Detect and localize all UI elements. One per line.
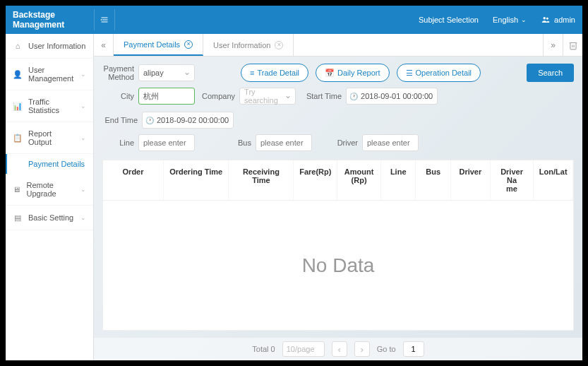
sidebar-subitem-payment-details[interactable]: Payment Details (6, 154, 93, 174)
column-driver-name: Driver Name (491, 160, 534, 200)
table-header: Order Ordering Time Receiving Time Fare(… (103, 160, 573, 201)
city-label: City (102, 92, 134, 100)
bus-input[interactable] (256, 134, 312, 151)
sidebar-item-label: Remote Upgrade (26, 181, 75, 198)
close-icon[interactable]: × (184, 40, 193, 49)
city-input[interactable] (138, 88, 195, 105)
user-menu[interactable]: admin (541, 15, 575, 25)
svg-point-3 (101, 20, 102, 20)
detail-icon: ≡ (250, 69, 254, 77)
report-icon: 📋 (13, 133, 23, 143)
language-label: English (493, 16, 518, 24)
start-time-input[interactable] (346, 88, 438, 105)
column-lonlat: Lon/Lat (534, 160, 573, 200)
end-time-label: End Time (102, 116, 138, 124)
stats-icon: 📊 (13, 101, 23, 111)
end-time-input[interactable] (142, 112, 234, 129)
trash-icon (568, 40, 578, 50)
goto-label: Go to (377, 345, 396, 353)
sidebar-item-user-management[interactable]: 👤 User Management ⌄ (6, 59, 93, 90)
column-line: Line (381, 160, 416, 200)
users-icon (541, 15, 551, 25)
brand-title: Backstage Management (13, 10, 94, 30)
tab-bar: « Payment Details × User Information × » (94, 34, 582, 57)
sidebar-item-label: Traffic Statistics (28, 98, 75, 114)
total-label: Total 0 (252, 345, 275, 353)
home-icon: ⌂ (13, 41, 23, 51)
sidebar-item-traffic-statistics[interactable]: 📊 Traffic Statistics ⌄ (6, 90, 93, 122)
sidebar-item-label: Basic Setting (28, 213, 73, 222)
next-page-button[interactable]: › (354, 341, 370, 357)
column-fare: Fare(Rp) (294, 160, 337, 200)
line-label: Line (102, 138, 134, 147)
tabs-collapse-button[interactable]: « (94, 34, 114, 56)
data-table: Order Ordering Time Receiving Time Fare(… (102, 160, 574, 331)
payment-method-label: Payment Method (102, 64, 134, 81)
menu-icon (100, 15, 109, 25)
sidebar-item-label: User Management (28, 66, 75, 83)
subject-selection-link[interactable]: Subject Selection (419, 16, 479, 24)
start-time-label: Start Time (303, 92, 342, 100)
monitor-icon: 🖥 (13, 184, 20, 194)
column-order: Order (103, 160, 164, 200)
chevron-down-icon: ⌄ (80, 134, 86, 141)
sidebar-item-report-output[interactable]: 📋 Report Output ⌄ (6, 122, 93, 154)
calendar-icon: 📅 (325, 69, 335, 78)
column-ordering-time: Ordering Time (164, 160, 229, 200)
chevron-down-icon: ⌄ (521, 16, 527, 23)
column-bus: Bus (416, 160, 451, 200)
sidebar-item-user-information[interactable]: ⌂ User Information (6, 34, 93, 59)
goto-page-input[interactable] (403, 341, 424, 357)
page-size-select[interactable]: 10/page (282, 341, 325, 357)
daily-report-button[interactable]: 📅 Daily Report (316, 64, 390, 82)
pagination: Total 0 10/page ‹ › Go to (94, 338, 582, 360)
company-select[interactable]: Try searching (239, 88, 296, 105)
sidebar-item-label: Report Output (28, 129, 75, 146)
column-receiving-time: Receiving Time (229, 160, 294, 200)
username-label: admin (554, 16, 575, 24)
user-icon: 👤 (13, 69, 23, 79)
company-label: Company (202, 92, 235, 100)
settings-icon: ▤ (13, 213, 23, 223)
operation-detail-button[interactable]: ☰ Operation Detail (397, 64, 481, 82)
prev-page-button[interactable]: ‹ (332, 341, 347, 357)
driver-label: Driver (333, 138, 358, 147)
svg-point-4 (544, 17, 546, 20)
table-body: No Data (103, 201, 573, 330)
sidebar-item-basic-setting[interactable]: ▤ Basic Setting ⌄ (6, 206, 93, 230)
tabs-delete-button[interactable] (563, 34, 582, 56)
sidebar-toggle-button[interactable] (94, 9, 115, 30)
column-amount: Amount(Rp) (337, 160, 381, 200)
language-selector[interactable]: English ⌄ (493, 16, 527, 24)
payment-method-select[interactable]: alipay (138, 64, 195, 81)
sidebar-item-remote-upgrade[interactable]: 🖥 Remote Upgrade ⌄ (6, 174, 93, 206)
bus-label: Bus (230, 138, 251, 147)
search-button[interactable]: Search (527, 64, 574, 82)
list-icon: ☰ (406, 69, 413, 78)
line-input[interactable] (138, 134, 195, 151)
chevron-down-icon: ⌄ (80, 102, 86, 110)
tab-label: Payment Details (124, 40, 180, 49)
chevron-down-icon: ⌄ (80, 214, 86, 221)
driver-input[interactable] (362, 134, 419, 151)
sidebar-subitem-label: Payment Details (28, 160, 85, 168)
tab-payment-details[interactable]: Payment Details × (114, 34, 203, 56)
chevron-down-icon: ⌄ (80, 71, 86, 78)
svg-point-5 (546, 18, 548, 20)
trade-detail-button[interactable]: ≡ Trade Detail (241, 64, 308, 82)
sidebar-item-label: User Information (28, 42, 85, 50)
tab-user-information[interactable]: User Information × (203, 34, 294, 56)
close-icon[interactable]: × (275, 41, 283, 49)
sidebar: ⌂ User Information 👤 User Management ⌄ 📊… (6, 34, 94, 360)
app-header: Backstage Management Subject Selection E… (6, 6, 582, 34)
column-driver: Driver (451, 160, 491, 200)
tab-label: User Information (213, 41, 270, 49)
no-data-text: No Data (302, 254, 375, 277)
tabs-expand-button[interactable]: » (543, 34, 563, 56)
chevron-down-icon: ⌄ (80, 186, 86, 193)
